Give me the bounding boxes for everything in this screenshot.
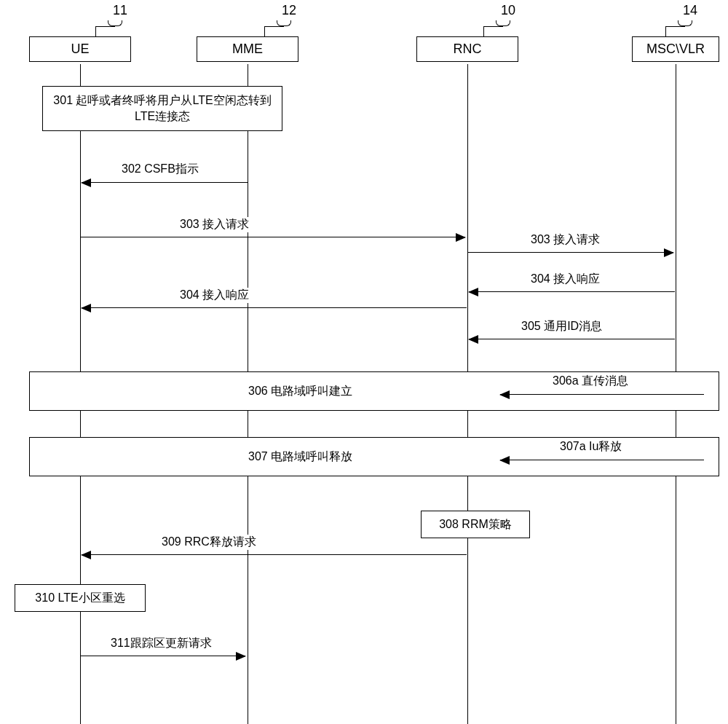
participant-rnc-label: RNC (454, 42, 482, 56)
connector-line (483, 26, 503, 27)
participant-ue-number: 11 (113, 3, 127, 18)
step-301-box: 301 起呼或者终呼将用户从LTE空闲态转到LTE连接态 (42, 86, 282, 131)
step-306-text: 306 电路域呼叫建立 (248, 384, 352, 399)
step-304a-arrow (469, 291, 675, 292)
step-306a-label: 306a 直传消息 (551, 374, 630, 389)
connector-cap (108, 20, 122, 26)
step-308-box: 308 RRM策略 (421, 511, 530, 538)
participant-ue-box: UE (29, 36, 131, 62)
participant-msc-number: 14 (683, 3, 697, 18)
step-310-box: 310 LTE小区重选 (15, 584, 146, 612)
step-304a-label: 304 接入响应 (529, 272, 601, 287)
step-308-text: 308 RRM策略 (439, 516, 512, 532)
step-311-label: 311跟踪区更新请求 (109, 636, 213, 651)
connector-line (95, 26, 115, 27)
step-301-text: 301 起呼或者终呼将用户从LTE空闲态转到LTE连接态 (47, 93, 277, 124)
step-307a-arrow (500, 460, 704, 460)
connector-line (95, 26, 96, 36)
step-304b-label: 304 接入响应 (178, 288, 250, 303)
connector-line (264, 26, 284, 27)
participant-mme-box: MME (197, 36, 298, 62)
participant-mme-label: MME (232, 42, 263, 56)
step-304b-arrow (82, 307, 467, 308)
participant-mme-number: 12 (282, 3, 296, 18)
step-309-arrow (82, 554, 467, 555)
step-306a-arrow (500, 394, 704, 395)
connector-cap (496, 20, 510, 26)
connector-line (665, 26, 666, 36)
step-310-text: 310 LTE小区重选 (35, 590, 124, 606)
participant-msc-box: MSC\VLR (632, 36, 719, 62)
step-307a-label: 307a Iu释放 (558, 439, 623, 455)
step-306-box: 306 电路域呼叫建立 306a 直传消息 (29, 371, 719, 411)
step-307-text: 307 电路域呼叫释放 (248, 449, 352, 465)
step-303a-arrow (81, 237, 465, 237)
step-309-label: 309 RRC释放请求 (160, 535, 258, 550)
step-305-label: 305 通用ID消息 (520, 319, 604, 334)
step-307-box: 307 电路域呼叫释放 307a Iu释放 (29, 437, 719, 476)
step-302-label: 302 CSFB指示 (120, 162, 200, 177)
participant-rnc-number: 10 (501, 3, 515, 18)
step-303b-arrow (468, 252, 673, 253)
connector-cap (678, 20, 692, 26)
step-305-arrow (469, 339, 675, 339)
connector-line (264, 26, 265, 36)
step-311-arrow (81, 656, 245, 656)
participant-rnc-box: RNC (416, 36, 518, 62)
connector-cap (277, 20, 291, 26)
sequence-diagram: 11 12 10 14 UE MME RNC MSC\VLR 301 起呼或者终… (0, 0, 728, 724)
step-303b-label: 303 接入请求 (529, 232, 601, 248)
connector-line (665, 26, 685, 27)
participant-ue-label: UE (71, 42, 89, 56)
connector-line (483, 26, 484, 36)
step-302-arrow (82, 182, 248, 183)
step-303a-label: 303 接入请求 (178, 217, 250, 232)
participant-msc-label: MSC\VLR (646, 42, 705, 56)
